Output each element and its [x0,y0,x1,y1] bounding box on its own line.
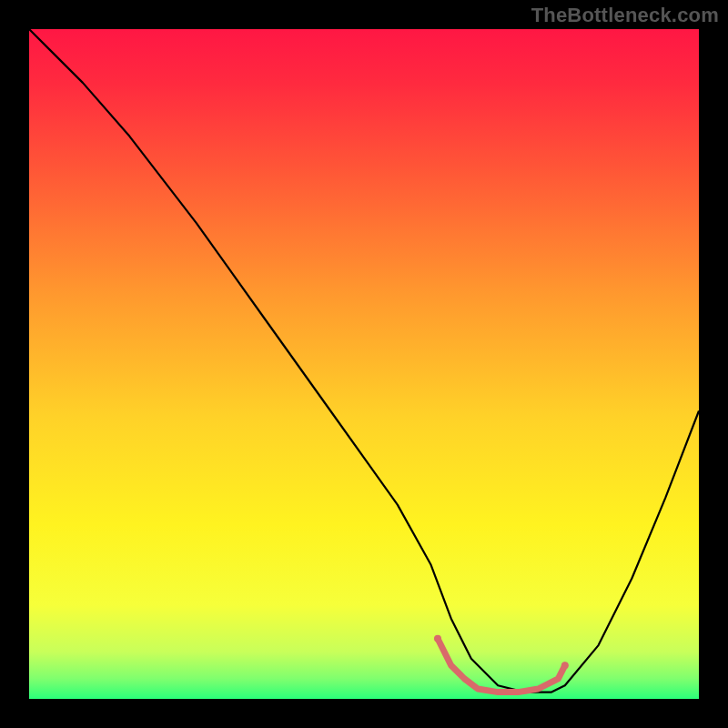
highlight-endpoint [561,662,569,669]
chart-frame: TheBottleneck.com [0,0,728,728]
plot-background [29,29,699,699]
bottleneck-chart [0,0,728,728]
highlight-endpoint [434,635,441,642]
watermark-text: TheBottleneck.com [531,4,719,27]
